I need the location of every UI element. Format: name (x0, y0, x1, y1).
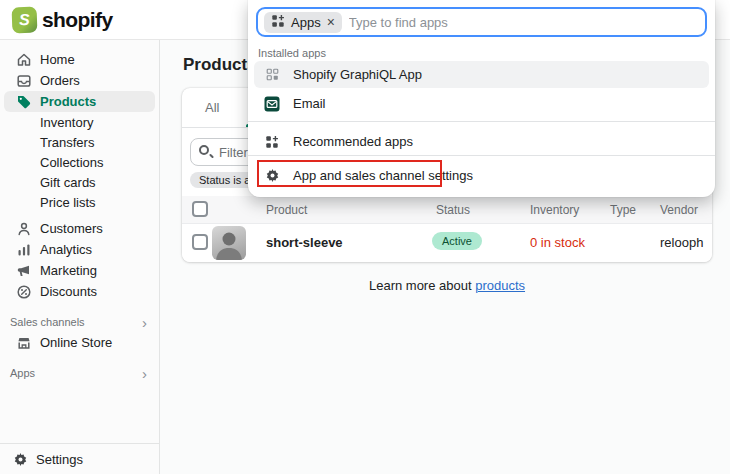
sidebar-item-price-lists[interactable]: Price lists (4, 192, 155, 212)
marketing-icon (16, 263, 32, 279)
shopify-bag-icon: S (12, 7, 38, 34)
product-name[interactable]: short-sleeve (266, 235, 343, 250)
select-all-checkbox[interactable] (192, 201, 208, 217)
app-search-input[interactable] (349, 15, 699, 30)
sidebar-item-marketing[interactable]: Marketing (4, 260, 155, 281)
close-icon[interactable]: × (327, 15, 335, 29)
shopify-logo[interactable]: S shopify (12, 7, 112, 33)
analytics-icon (16, 242, 32, 258)
apps-section-header[interactable]: Apps › (0, 363, 159, 383)
apps-grid-icon (264, 134, 280, 150)
email-icon (264, 96, 280, 112)
app-icon (264, 67, 280, 83)
app-result-shopify-graphiql[interactable]: Shopify GraphiQL App (254, 61, 709, 88)
vendor-cell: relooph (660, 235, 703, 250)
products-tag-icon (16, 94, 32, 110)
online-store-icon (16, 335, 32, 351)
chevron-right-icon: › (142, 366, 147, 381)
column-type: Type (610, 203, 636, 217)
sidebar: Home Orders Products Inventory Transfers… (0, 40, 160, 474)
products-help-link[interactable]: products (475, 278, 525, 293)
page-title: Products (183, 55, 257, 75)
sidebar-item-inventory[interactable]: Inventory (4, 112, 155, 132)
column-vendor: Vendor (660, 203, 698, 217)
installed-apps-label: Installed apps (258, 47, 326, 59)
sidebar-item-products[interactable]: Products (4, 91, 155, 112)
settings-gear-icon (12, 451, 28, 467)
sidebar-item-analytics[interactable]: Analytics (4, 239, 155, 260)
sidebar-item-gift-cards[interactable]: Gift cards (4, 172, 155, 192)
sidebar-item-transfers[interactable]: Transfers (4, 132, 155, 152)
global-search-box[interactable]: Apps × (256, 7, 707, 37)
discounts-icon (16, 284, 32, 300)
product-thumbnail (212, 226, 246, 260)
column-product: Product (266, 203, 307, 217)
inventory-cell: 0 in stock (530, 235, 585, 250)
chevron-right-icon: › (142, 315, 147, 330)
table-row[interactable]: short-sleeve Active 0 in stock relooph (182, 224, 712, 262)
gear-icon (264, 168, 280, 184)
sidebar-item-discounts[interactable]: Discounts (4, 281, 155, 302)
status-badge: Active (432, 232, 482, 250)
home-icon (16, 52, 32, 68)
sidebar-item-orders[interactable]: Orders (4, 70, 155, 91)
apps-filter-pill[interactable]: Apps × (264, 12, 342, 33)
app-result-email[interactable]: Email (254, 90, 709, 117)
sidebar-item-online-store[interactable]: Online Store (4, 332, 155, 353)
search-icon (199, 145, 209, 155)
footer-help-text: Learn more about products (182, 278, 712, 293)
apps-grid-icon (271, 14, 285, 31)
customers-icon (16, 221, 32, 237)
sidebar-item-home[interactable]: Home (4, 49, 155, 70)
divider (248, 155, 715, 156)
orders-icon (16, 73, 32, 89)
divider (248, 121, 715, 122)
column-status: Status (436, 203, 470, 217)
sidebar-item-customers[interactable]: Customers (4, 218, 155, 239)
tab-all[interactable]: All (188, 88, 236, 127)
table-header: Product Status Inventory Type Vendor (182, 196, 712, 224)
sidebar-item-collections[interactable]: Collections (4, 152, 155, 172)
search-popover: Apps × Installed apps Shopify GraphiQL A… (248, 0, 715, 197)
recommended-apps-item[interactable]: Recommended apps (254, 128, 709, 155)
shopify-wordmark: shopify (42, 8, 112, 32)
column-inventory: Inventory (530, 203, 579, 217)
sales-channels-section-header[interactable]: Sales channels › (0, 312, 159, 332)
row-checkbox[interactable] (192, 234, 208, 250)
app-and-sales-channel-settings-item[interactable]: App and sales channel settings (254, 162, 709, 189)
sidebar-item-settings[interactable]: Settings (0, 443, 159, 474)
